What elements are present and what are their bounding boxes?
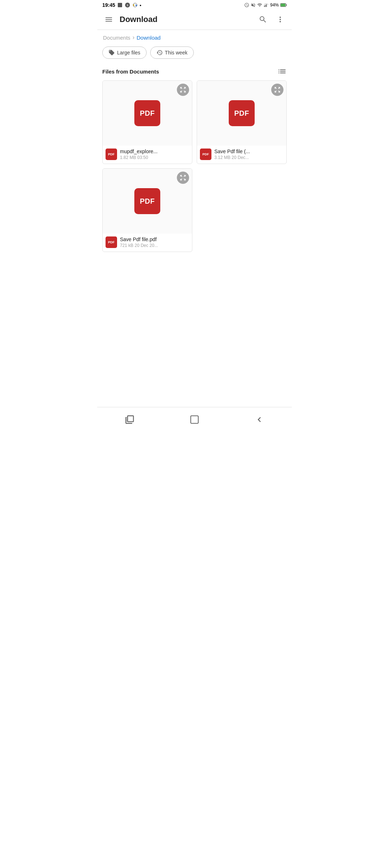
notification-dot: • <box>140 3 142 8</box>
files-grid: PDF PDF mupdf_explore... 1.82 MB 03:50 P… <box>97 79 292 257</box>
menu-button[interactable] <box>102 13 115 26</box>
expand-icon <box>179 86 187 93</box>
svg-rect-3 <box>264 5 265 7</box>
google-icon <box>132 2 138 8</box>
status-left: 19:45 S • <box>102 2 141 8</box>
nav-recents-icon <box>125 415 135 425</box>
file-card[interactable]: PDF PDF Save Pdf file.pdf 721 kB 20 Dec … <box>102 168 192 252</box>
mute-icon <box>251 3 256 8</box>
chip-large-files[interactable]: Large files <box>102 46 147 59</box>
pdf-icon-large-3: PDF <box>134 188 160 214</box>
file-meta-3: Save Pdf file.pdf 721 kB 20 Dec 20... <box>120 236 158 248</box>
battery-icon <box>280 3 287 8</box>
search-icon <box>259 15 267 24</box>
chip-large-files-label: Large files <box>117 50 140 56</box>
file-info-1: PDF mupdf_explore... 1.82 MB 03:50 <box>103 146 192 164</box>
file-details-3: 721 kB 20 Dec 20... <box>120 243 158 248</box>
file-name-3: Save Pdf file.pdf <box>120 236 158 242</box>
signal-icon <box>264 3 269 8</box>
nav-recents-button[interactable] <box>122 412 137 427</box>
section-title: Files from Documents <box>102 68 159 75</box>
snapchat-icon: S <box>125 2 130 8</box>
expand-button-1[interactable] <box>177 84 189 96</box>
svg-rect-7 <box>286 4 287 6</box>
more-vert-icon <box>276 15 285 24</box>
pdf-icon-large-2: PDF <box>229 100 255 126</box>
expand-button-3[interactable] <box>177 172 189 184</box>
nav-home-icon <box>189 415 200 425</box>
battery-percentage: 94% <box>270 3 279 8</box>
menu-icon <box>104 15 113 24</box>
svg-rect-4 <box>265 5 266 7</box>
tag-icon <box>108 49 115 56</box>
nav-back-button[interactable] <box>252 412 267 427</box>
svg-text:S: S <box>127 4 129 6</box>
status-bar: 19:45 S • 94% <box>97 0 292 9</box>
file-preview-3: PDF <box>103 169 192 234</box>
file-info-3: PDF Save Pdf file.pdf 721 kB 20 Dec 20..… <box>103 234 192 252</box>
svg-rect-5 <box>266 4 267 7</box>
file-meta-1: mupdf_explore... 1.82 MB 03:50 <box>120 149 157 160</box>
breadcrumb-parent[interactable]: Documents <box>103 35 130 41</box>
search-button[interactable] <box>256 13 269 26</box>
more-options-button[interactable] <box>274 13 287 26</box>
file-details-2: 3.12 MB 20 Dec... <box>214 155 250 160</box>
breadcrumb: Documents › Download <box>97 30 292 44</box>
file-meta-2: Save Pdf file (... 3.12 MB 20 Dec... <box>214 149 250 160</box>
status-time: 19:45 <box>102 2 115 8</box>
wifi-icon <box>257 3 262 8</box>
chips-row: Large files This week <box>97 44 292 63</box>
breadcrumb-separator: › <box>133 34 134 41</box>
pdf-icon-large-1: PDF <box>134 100 160 126</box>
status-right: 94% <box>244 3 287 8</box>
file-info-2: PDF Save Pdf file (... 3.12 MB 20 Dec... <box>197 146 286 164</box>
svg-rect-9 <box>191 416 198 424</box>
svg-rect-8 <box>281 4 286 6</box>
history-icon <box>156 49 163 56</box>
grid-list-icon <box>277 67 287 76</box>
photo-icon <box>117 2 123 8</box>
expand-icon <box>274 86 281 93</box>
pdf-icon-small-2: PDF <box>200 149 211 160</box>
expand-button-2[interactable] <box>271 84 283 96</box>
app-bar: Download <box>97 9 292 30</box>
expand-icon <box>179 174 187 181</box>
file-name-2: Save Pdf file (... <box>214 149 250 154</box>
file-preview-1: PDF <box>103 81 192 146</box>
nav-bar <box>97 407 292 434</box>
chip-this-week[interactable]: This week <box>150 46 194 59</box>
list-view-button[interactable] <box>277 67 287 76</box>
nav-back-icon <box>254 415 264 425</box>
file-card[interactable]: PDF PDF Save Pdf file (... 3.12 MB 20 De… <box>197 80 287 164</box>
nav-home-button[interactable] <box>187 412 202 427</box>
chip-this-week-label: This week <box>165 50 188 56</box>
file-name-1: mupdf_explore... <box>120 149 157 154</box>
pdf-icon-small-1: PDF <box>106 149 117 160</box>
app-bar-title: Download <box>120 15 252 24</box>
alarm-icon <box>244 3 249 8</box>
breadcrumb-current: Download <box>137 35 161 41</box>
section-header: Files from Documents <box>97 63 292 79</box>
pdf-icon-small-3: PDF <box>106 236 117 248</box>
file-details-1: 1.82 MB 03:50 <box>120 155 157 160</box>
file-preview-2: PDF <box>197 81 286 146</box>
file-card[interactable]: PDF PDF mupdf_explore... 1.82 MB 03:50 <box>102 80 192 164</box>
